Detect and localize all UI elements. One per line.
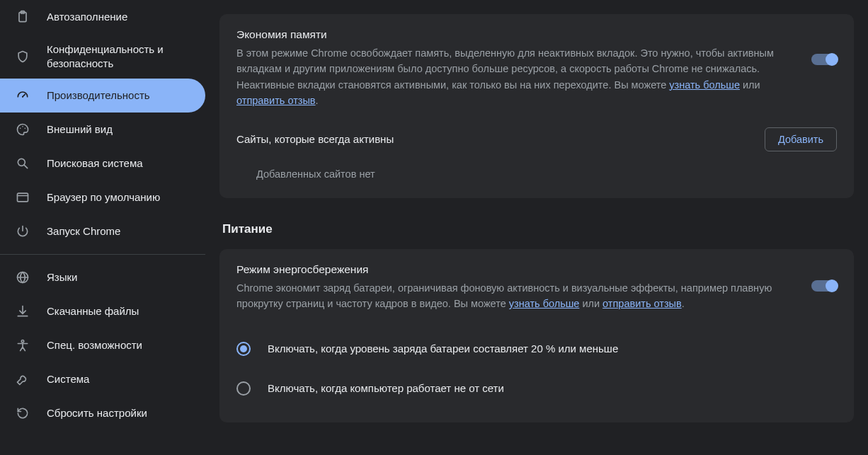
sidebar-item-default-browser[interactable]: Браузер по умолчанию <box>0 180 205 214</box>
radio-label: Включать, когда уровень заряда батареи с… <box>268 342 618 355</box>
accessibility-icon <box>16 338 30 352</box>
always-active-sites-row: Сайты, которые всегда активны Добавить <box>236 127 837 151</box>
sidebar-item-label: Спец. возможности <box>47 338 142 352</box>
energy-saver-setting: Режим энергосбережения Chrome экономит з… <box>236 263 837 312</box>
memory-saver-text: Экономия памяти В этом режиме Chrome осв… <box>236 28 797 109</box>
sidebar-item-downloads[interactable]: Скачанные файлы <box>0 294 205 328</box>
sidebar-divider <box>0 254 205 255</box>
memory-saver-setting: Экономия памяти В этом режиме Chrome осв… <box>236 28 837 109</box>
memory-saver-learn-more-link[interactable]: узнать больше <box>669 79 740 91</box>
sidebar-item-label: Языки <box>47 270 77 284</box>
sidebar-item-label: Сбросить настройки <box>47 406 147 420</box>
wrench-icon <box>16 372 30 386</box>
sidebar-item-label: Скачанные файлы <box>47 304 139 318</box>
sidebar-item-system[interactable]: Система <box>0 362 205 396</box>
always-active-sites-title: Сайты, которые всегда активны <box>236 133 394 145</box>
radio-unchecked-icon <box>236 381 251 396</box>
memory-saver-title: Экономия памяти <box>236 28 797 41</box>
settings-sidebar: Автозаполнение Конфиденциальность и безо… <box>0 0 205 455</box>
energy-saver-toggle[interactable] <box>811 280 837 292</box>
memory-saver-feedback-link[interactable]: отправить отзыв <box>236 95 316 106</box>
power-section-heading: Питание <box>222 222 854 236</box>
settings-main: Экономия памяти В этом режиме Chrome осв… <box>205 0 868 455</box>
sidebar-item-label: Система <box>47 372 89 386</box>
download-icon <box>16 304 30 318</box>
sidebar-item-label: Конфиденциальность и безопасность <box>47 42 191 70</box>
memory-saver-description: В этом режиме Chrome освобождает память,… <box>236 45 797 109</box>
sidebar-item-label: Запуск Chrome <box>47 224 120 238</box>
energy-saver-description: Chrome экономит заряд батареи, ограничив… <box>236 280 797 312</box>
radio-label: Включать, когда компьютер работает не от… <box>268 382 504 394</box>
sidebar-item-startup[interactable]: Запуск Chrome <box>0 214 205 248</box>
sidebar-item-label: Поисковая система <box>47 156 143 171</box>
energy-saver-feedback-link[interactable]: отправить отзыв <box>603 298 682 309</box>
speedometer-icon <box>16 88 30 103</box>
energy-saver-option-battery-low[interactable]: Включать, когда уровень заряда батареи с… <box>236 329 837 369</box>
sidebar-item-reset[interactable]: Сбросить настройки <box>0 396 205 430</box>
energy-saver-option-unplugged[interactable]: Включать, когда компьютер работает не от… <box>236 369 837 408</box>
memory-saver-card: Экономия памяти В этом режиме Chrome осв… <box>219 14 854 198</box>
energy-saver-card: Режим энергосбережения Chrome экономит з… <box>219 249 854 422</box>
svg-rect-8 <box>18 193 28 202</box>
browser-icon <box>16 190 30 205</box>
memory-saver-toggle[interactable] <box>811 54 837 65</box>
sidebar-item-label: Автозаполнение <box>47 10 127 24</box>
sidebar-item-performance[interactable]: Производительность <box>0 79 205 113</box>
sidebar-item-languages[interactable]: Языки <box>0 260 205 294</box>
energy-saver-options: Включать, когда уровень заряда батареи с… <box>236 329 837 408</box>
palette-icon <box>16 122 30 137</box>
power-icon <box>16 224 30 238</box>
sidebar-item-accessibility[interactable]: Спец. возможности <box>0 328 205 362</box>
svg-point-4 <box>22 126 23 127</box>
reset-icon <box>16 406 30 420</box>
svg-point-2 <box>22 96 23 98</box>
sidebar-item-appearance[interactable]: Внешний вид <box>0 113 205 146</box>
clipboard-icon <box>16 10 30 24</box>
svg-point-11 <box>21 340 23 342</box>
shield-icon <box>16 50 30 64</box>
sidebar-item-privacy[interactable]: Конфиденциальность и безопасность <box>0 34 205 79</box>
always-active-sites-empty: Добавленных сайтов нет <box>256 168 837 180</box>
globe-icon <box>16 270 30 284</box>
search-icon <box>16 156 30 171</box>
svg-line-7 <box>24 165 28 168</box>
sidebar-item-label: Внешний вид <box>47 122 113 137</box>
sidebar-item-label: Браузер по умолчанию <box>47 190 160 205</box>
svg-point-3 <box>20 128 21 129</box>
radio-checked-icon <box>236 342 251 356</box>
add-site-button[interactable]: Добавить <box>765 127 837 151</box>
sidebar-item-autofill[interactable]: Автозаполнение <box>0 0 205 34</box>
energy-saver-learn-more-link[interactable]: узнать больше <box>509 298 580 309</box>
energy-saver-text: Режим энергосбережения Chrome экономит з… <box>236 263 797 312</box>
svg-point-5 <box>25 128 26 129</box>
sidebar-item-label: Производительность <box>47 88 150 103</box>
energy-saver-title: Режим энергосбережения <box>236 263 797 276</box>
sidebar-item-search-engine[interactable]: Поисковая система <box>0 146 205 180</box>
